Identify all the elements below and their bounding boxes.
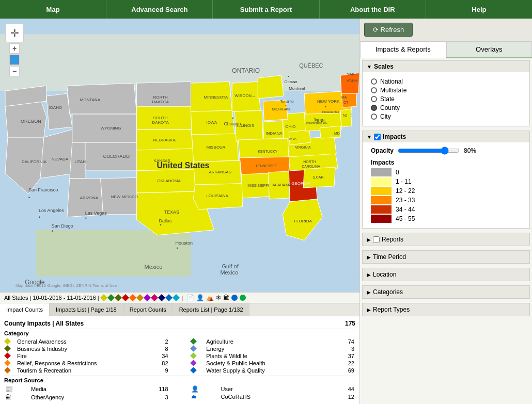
source-row: 📰 Media 118 🏛 OtherAgency 3 bbox=[4, 384, 355, 402]
reports-checkbox[interactable] bbox=[373, 236, 380, 243]
location-arrow-icon: ▶ bbox=[367, 272, 371, 278]
svg-text:KANSAS: KANSAS bbox=[154, 158, 170, 163]
reports-collapse-header[interactable]: ▶ Reports bbox=[363, 233, 529, 246]
categories-label: Categories bbox=[373, 288, 403, 296]
svg-text:Washington DC: Washington DC bbox=[306, 121, 327, 124]
category-row-r5: Water Supply & Quality 69 bbox=[191, 367, 354, 374]
category-row-r2: Energy 3 bbox=[191, 346, 354, 352]
pan-control[interactable]: ✛ bbox=[5, 24, 24, 42]
timeperiod-arrow-icon: ▶ bbox=[367, 254, 371, 260]
impacts-section: ▼ Impacts Opacity 80% Impacts 0 bbox=[362, 131, 530, 229]
svg-text:•: • bbox=[52, 229, 53, 234]
svg-text:W.VA: W.VA bbox=[289, 137, 296, 140]
svg-text:•: • bbox=[325, 104, 326, 109]
category-row-4: Relief, Response & Restrictions 82 bbox=[5, 360, 168, 366]
legend-row-0: 0 bbox=[371, 168, 521, 176]
nav-map[interactable]: Map bbox=[0, 0, 106, 19]
tab-reports-list[interactable]: Reports List | Page 1/132 bbox=[173, 303, 249, 316]
nav-about-dir[interactable]: About the DIR bbox=[320, 0, 426, 19]
svg-rect-2 bbox=[36, 230, 191, 277]
impact-counts-content: County Impacts | All States 175 Category… bbox=[0, 316, 359, 404]
categories-arrow-icon: ▶ bbox=[367, 289, 371, 295]
svg-marker-44 bbox=[340, 109, 352, 127]
tabs-panel: Impact Counts Impacts List | Page 1/18 R… bbox=[0, 303, 359, 404]
svg-text:S.CAR.: S.CAR. bbox=[312, 175, 324, 179]
nav-help[interactable]: Help bbox=[426, 0, 532, 19]
reports-label: Reports bbox=[382, 236, 403, 243]
scales-body: National Multistate State County City bbox=[363, 72, 529, 126]
tab-overlays[interactable]: Overlays bbox=[446, 41, 533, 57]
scale-county[interactable]: County bbox=[371, 104, 521, 111]
agency-icon: 🏛 bbox=[5, 394, 11, 401]
legend-row-3: 23 - 33 bbox=[371, 196, 521, 204]
svg-text:NORTH: NORTH bbox=[303, 160, 316, 164]
svg-text:Chicago: Chicago bbox=[224, 121, 241, 126]
zoom-globe[interactable]: 🌐 bbox=[9, 55, 20, 65]
scale-national[interactable]: National bbox=[371, 78, 521, 85]
svg-text:INDIANA: INDIANA bbox=[265, 131, 283, 136]
impacts-header[interactable]: ▼ Impacts bbox=[363, 131, 529, 142]
svg-text:Houston: Houston bbox=[176, 240, 193, 246]
nav-submit-report[interactable]: Submit a Report bbox=[213, 0, 319, 19]
svg-marker-31 bbox=[238, 138, 289, 159]
opacity-label: Opacity bbox=[371, 147, 394, 154]
svg-text:ARIZONA: ARIZONA bbox=[80, 196, 99, 200]
categories-collapse-section: ▶ Categories bbox=[362, 285, 530, 299]
svg-text:MAINE: MAINE bbox=[347, 72, 358, 76]
category-row-r1: Agriculture 74 bbox=[191, 338, 354, 345]
scale-state[interactable]: State bbox=[371, 95, 521, 103]
svg-text:MISSISSIPPI: MISSISSIPPI bbox=[247, 184, 269, 187]
icon-diamond-orange bbox=[129, 294, 136, 301]
svg-text:Las Vegas: Las Vegas bbox=[85, 211, 107, 216]
reports-collapse-section: ▶ Reports bbox=[362, 233, 530, 246]
svg-text:•: • bbox=[232, 116, 233, 121]
icon-diamond-darkgreen bbox=[115, 294, 122, 301]
tab-impacts-reports[interactable]: Impacts & Reports bbox=[360, 41, 446, 58]
timeperiod-collapse-header[interactable]: ▶ Time Period bbox=[363, 251, 529, 263]
tab-report-counts[interactable]: Report Counts bbox=[123, 303, 173, 316]
svg-text:FLORIDA: FLORIDA bbox=[294, 219, 312, 223]
nav-advanced-search[interactable]: Advanced Search bbox=[106, 0, 213, 19]
svg-marker-8 bbox=[67, 83, 137, 114]
opacity-slider[interactable] bbox=[398, 147, 460, 155]
svg-text:Ottawa: Ottawa bbox=[284, 79, 298, 84]
category-label: Category bbox=[4, 329, 355, 337]
icon-circle-green bbox=[240, 295, 246, 301]
timeperiod-label: Time Period bbox=[373, 253, 406, 261]
svg-text:•: • bbox=[39, 215, 40, 220]
impact-counts-header: County Impacts | All States bbox=[4, 320, 84, 327]
media-icon: 📰 bbox=[5, 385, 13, 393]
scale-city[interactable]: City bbox=[371, 113, 521, 120]
legend-row-5: 45 - 55 bbox=[371, 215, 521, 223]
svg-text:San Francisco: San Francisco bbox=[28, 187, 58, 192]
status-text: All States | 10-01-2016 - 11-01-2016 | bbox=[4, 295, 99, 301]
svg-text:ARKANSAS: ARKANSAS bbox=[209, 170, 231, 174]
zoom-out-button[interactable]: − bbox=[9, 66, 20, 76]
scales-header[interactable]: ▼ Scales bbox=[363, 61, 529, 72]
svg-text:COLORADO: COLORADO bbox=[103, 154, 130, 159]
radio-multistate bbox=[371, 87, 377, 93]
scale-multistate[interactable]: Multistate bbox=[371, 87, 521, 94]
scales-title: Scales bbox=[374, 63, 394, 70]
svg-text:Toronto: Toronto bbox=[280, 99, 294, 104]
location-collapse-header[interactable]: ▶ Location bbox=[363, 268, 529, 281]
refresh-button[interactable]: ⟳ Refresh bbox=[364, 23, 413, 37]
category-row-r4: Society & Public Health 22 bbox=[191, 360, 354, 366]
impacts-checkbox[interactable] bbox=[374, 134, 381, 140]
reporttypes-arrow-icon: ▶ bbox=[367, 307, 371, 313]
map-container[interactable]: United States Google Mexico ONTARIO QUÉB… bbox=[0, 19, 359, 292]
svg-text:IDAHO: IDAHO bbox=[49, 105, 62, 110]
zoom-in-button[interactable]: + bbox=[9, 43, 20, 54]
svg-text:VT/NH: VT/NH bbox=[347, 79, 357, 83]
tab-impacts-list[interactable]: Impacts List | Page 1/18 bbox=[50, 303, 123, 316]
tab-impact-counts[interactable]: Impact Counts bbox=[0, 303, 50, 316]
radio-county bbox=[371, 105, 377, 111]
tabs-header: Impact Counts Impacts List | Page 1/18 R… bbox=[0, 303, 359, 316]
svg-text:KENTUCKY: KENTUCKY bbox=[258, 150, 277, 153]
reporttypes-collapse-header[interactable]: ▶ Report Types bbox=[363, 303, 529, 316]
svg-text:LOUISIANA: LOUISIANA bbox=[206, 193, 228, 198]
svg-text:MICHIGAN: MICHIGAN bbox=[272, 107, 290, 111]
categories-collapse-header[interactable]: ▶ Categories bbox=[363, 286, 529, 298]
svg-text:IOWA: IOWA bbox=[206, 120, 217, 125]
icon-diamond-yellow bbox=[100, 294, 107, 301]
